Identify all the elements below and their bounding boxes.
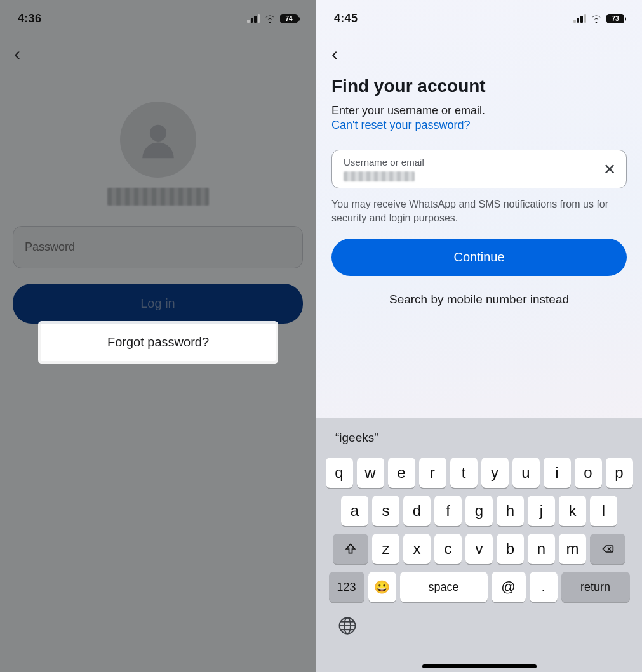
cant-reset-link[interactable]: Can't reset your password? (331, 119, 471, 132)
key-j[interactable]: j (528, 496, 555, 526)
key-e[interactable]: e (388, 458, 415, 488)
suggestion-bar: “igeeks” (320, 425, 638, 451)
key-v[interactable]: v (465, 534, 493, 564)
key-m[interactable]: m (559, 534, 586, 564)
key-at[interactable]: @ (492, 572, 526, 602)
status-icons: 74 (247, 13, 298, 24)
key-n[interactable]: n (528, 534, 555, 564)
wifi-icon (591, 13, 602, 24)
key-x[interactable]: x (403, 534, 431, 564)
key-k[interactable]: k (559, 496, 586, 526)
clear-icon[interactable]: ✕ (603, 161, 616, 178)
key-return[interactable]: return (561, 572, 630, 602)
key-w[interactable]: w (357, 458, 384, 488)
key-g[interactable]: g (465, 496, 493, 526)
key-shift[interactable] (333, 534, 368, 564)
battery-icon: 73 (606, 14, 624, 23)
status-time: 4:36 (18, 12, 41, 25)
page-title: Find your account (331, 76, 627, 96)
search-by-mobile-button[interactable]: Search by mobile number instead (331, 293, 627, 306)
key-l[interactable]: l (590, 496, 617, 526)
ios-keyboard: “igeeks” qwertyuiop asdfghjkl zxcvbnm 12… (316, 418, 642, 672)
find-account-screen: 4:45 73 ‹ Find your account Enter your u… (316, 0, 642, 672)
key-t[interactable]: t (450, 458, 478, 488)
status-bar: 4:45 73 (316, 9, 642, 28)
key-dot[interactable]: . (530, 572, 558, 602)
input-label: Username or email (344, 157, 593, 168)
key-y[interactable]: y (481, 458, 509, 488)
username-email-input[interactable]: Username or email ✕ (331, 150, 627, 188)
key-q[interactable]: q (326, 458, 353, 488)
key-c[interactable]: c (434, 534, 462, 564)
login-screen: 4:36 74 ‹ Log in Forgot password? (0, 0, 316, 672)
key-d[interactable]: d (403, 496, 431, 526)
home-indicator[interactable] (422, 664, 537, 668)
key-a[interactable]: a (341, 496, 368, 526)
globe-icon[interactable] (338, 616, 357, 635)
status-icons: 73 (573, 13, 624, 24)
key-p[interactable]: p (606, 458, 633, 488)
key-i[interactable]: i (544, 458, 571, 488)
key-s[interactable]: s (372, 496, 399, 526)
battery-icon: 74 (280, 14, 298, 23)
key-emoji[interactable]: 😀 (368, 572, 396, 602)
notification-hint: You may receive WhatsApp and SMS notific… (331, 197, 627, 225)
key-backspace[interactable] (590, 534, 625, 564)
input-value (344, 171, 415, 181)
key-space[interactable]: space (400, 572, 488, 602)
back-button[interactable]: ‹ (331, 43, 338, 65)
key-b[interactable]: b (497, 534, 524, 564)
key-u[interactable]: u (512, 458, 540, 488)
cellular-icon (247, 14, 260, 23)
continue-button[interactable]: Continue (331, 239, 627, 276)
key-o[interactable]: o (575, 458, 602, 488)
cellular-icon (573, 14, 586, 23)
forgot-password-button[interactable]: Forgot password? (41, 324, 276, 361)
status-bar: 4:36 74 (0, 9, 316, 28)
key-r[interactable]: r (419, 458, 446, 488)
key-h[interactable]: h (497, 496, 524, 526)
wifi-icon (264, 13, 276, 24)
key-z[interactable]: z (372, 534, 399, 564)
key-123[interactable]: 123 (329, 572, 364, 602)
status-time: 4:45 (334, 12, 358, 25)
suggestion-item[interactable]: “igeeks” (335, 431, 378, 445)
subtitle: Enter your username or email. (331, 104, 627, 117)
key-f[interactable]: f (434, 496, 462, 526)
back-button[interactable]: ‹ (14, 43, 20, 65)
